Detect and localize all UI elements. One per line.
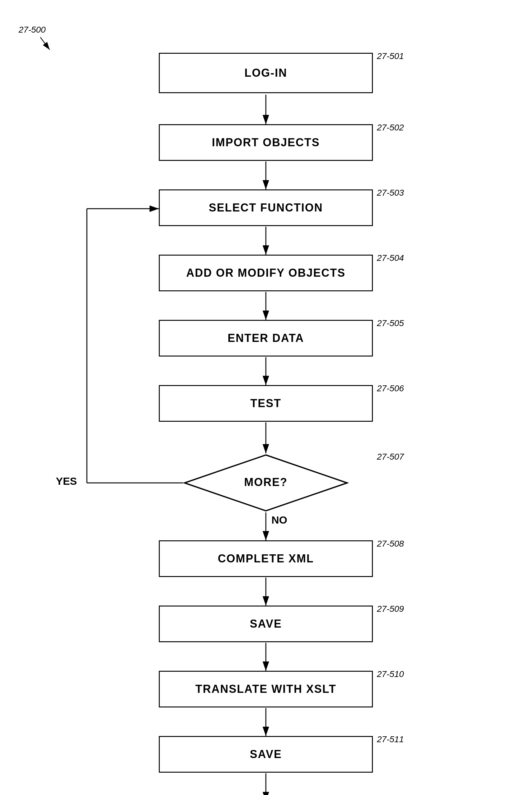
login-box: LOG-IN: [159, 53, 373, 93]
ref-505: 27-505: [377, 318, 404, 328]
more-diamond: MORE?: [183, 453, 349, 512]
ref-511: 27-511: [377, 735, 404, 744]
ref-501: 27-501: [377, 51, 404, 61]
save-511-box: SAVE: [159, 736, 373, 773]
ref-506: 27-506: [377, 383, 404, 394]
svg-text:MORE?: MORE?: [244, 476, 288, 488]
test-box: TEST: [159, 385, 373, 422]
translate-xslt-box: TRANSLATE WITH XSLT: [159, 671, 373, 707]
svg-line-1: [40, 37, 50, 50]
ref-508: 27-508: [377, 539, 404, 549]
ref-504: 27-504: [377, 253, 404, 263]
select-function-box: SELECT FUNCTION: [159, 189, 373, 226]
import-objects-box: IMPORT OBJECTS: [159, 124, 373, 161]
complete-xml-box: COMPLETE XML: [159, 540, 373, 577]
ref-507: 27-507: [377, 452, 404, 462]
diagram-title: 27-500: [19, 25, 45, 35]
ref-510: 27-510: [377, 669, 404, 679]
no-label: NO: [271, 514, 287, 526]
ref-502: 27-502: [377, 123, 404, 132]
enter-data-box: ENTER DATA: [159, 320, 373, 357]
yes-label: YES: [56, 475, 77, 487]
ref-503: 27-503: [377, 188, 404, 198]
flowchart-diagram: 27-500: [0, 0, 532, 795]
save-509-box: SAVE: [159, 606, 373, 642]
add-modify-box: ADD OR MODIFY OBJECTS: [159, 255, 373, 291]
ref-509: 27-509: [377, 604, 404, 614]
